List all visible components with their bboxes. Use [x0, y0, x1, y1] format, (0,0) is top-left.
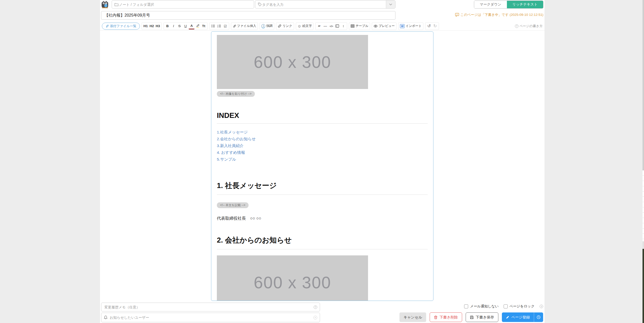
clear-circle-icon[interactable]: × [313, 316, 317, 319]
cancel-button[interactable]: キャンセル [399, 312, 426, 322]
mode-markdown-button[interactable]: マークダウン [474, 1, 507, 8]
page-writing-help-link[interactable]: ? ページの書き方 [515, 24, 543, 28]
richtext-editor-area[interactable]: 600 x 300 <!-- 画像を貼り付け --> INDEX 1.社長メッセ… [211, 31, 433, 301]
index-link-4[interactable]: 4. おすすめ情報 [217, 149, 428, 156]
lock-page-checkbox[interactable]: ページをロック [504, 304, 535, 309]
font-size-button[interactable]: Tt [201, 23, 207, 29]
section2-heading: 2. 会社からのお知らせ [217, 235, 428, 249]
page-title-input[interactable] [101, 11, 395, 20]
trash-icon [434, 315, 437, 319]
draft-bubble-icon [455, 13, 459, 17]
tag-dropdown-button[interactable] [386, 1, 395, 8]
strikethrough-button[interactable]: S [177, 23, 182, 29]
history-memo-field[interactable]: ? [101, 303, 320, 311]
notify-users-input[interactable] [109, 315, 312, 320]
font-color-button[interactable]: A [189, 23, 194, 29]
pencil-icon [506, 315, 509, 319]
horizontal-rule-icon[interactable]: — [322, 23, 328, 29]
ordered-list-icon[interactable]: 123 [216, 23, 222, 29]
word-import-button[interactable]: W インポート [398, 22, 423, 30]
folder-icon [114, 3, 118, 6]
save-draft-button[interactable]: 下書き保存 [466, 312, 498, 322]
checkbox-icon[interactable] [464, 304, 468, 308]
link-icon [278, 24, 281, 28]
placeholder-image-1: 600 x 300 [217, 35, 368, 89]
history-group: ↺ ↻ [425, 22, 439, 30]
eye-icon [374, 25, 378, 28]
index-link-3[interactable]: 3.新入社員紹介 [217, 142, 428, 149]
preview-button[interactable]: プレビュー [372, 22, 396, 30]
app-logo-owl-icon[interactable] [101, 1, 109, 9]
h3-button[interactable]: H3 [155, 23, 161, 29]
app-panel: マークダウン リッチテキスト このページは「下書き中」です (2025-09-1… [100, 0, 545, 323]
blockquote-icon[interactable]: ” [316, 23, 322, 29]
draft-status-text: このページは「下書き中」です (2025-09-10 12:12:51) [460, 13, 543, 17]
notify-users-field[interactable]: × [101, 313, 320, 322]
h1-button[interactable]: H1 [143, 23, 148, 29]
file-insert-button[interactable]: ファイル挿入 [231, 22, 258, 30]
svg-text:3: 3 [217, 26, 218, 28]
editor-toolbar: 添付ファイル一覧 H1 H2 H3 B I S U A Tt 123 ☑ [100, 22, 545, 31]
link-button[interactable]: リンク [276, 22, 294, 30]
table-icon [351, 24, 354, 28]
write-body-comment-badge: <!-- 本文を記載 --> [217, 202, 249, 208]
emoji-button[interactable]: ☺ 絵文字 [296, 22, 314, 30]
register-button-group: ページ登録 [502, 312, 543, 322]
highlighter-pen-icon[interactable] [195, 23, 200, 29]
paperclip-icon [105, 24, 109, 28]
tag-icon [258, 3, 262, 6]
delete-draft-button[interactable]: 下書き削除 [430, 312, 462, 322]
clock-icon [537, 315, 541, 319]
table-button[interactable]: テーブル [349, 22, 370, 30]
word-icon: W [400, 24, 405, 28]
mode-richtext-button[interactable]: リッチテキスト [507, 1, 543, 8]
code-icon[interactable]: </> [328, 23, 334, 29]
index-link-list: 1.社長メッセージ 2.会社からのお知らせ 3.新入社員紹介 4. おすすめ情報… [217, 129, 428, 163]
memo-help-icon[interactable]: ? [314, 305, 317, 309]
edit-mode-toggle: マークダウン リッチテキスト [474, 1, 543, 9]
floppy-save-icon [470, 315, 474, 319]
checkbox-icon[interactable] [504, 304, 508, 308]
chevron-down-icon [389, 4, 392, 5]
placeholder-image-2: 600 x 300 [217, 255, 368, 301]
question-circle-icon: ? [515, 24, 518, 28]
redo-icon[interactable]: ↻ [432, 23, 438, 29]
draft-status: このページは「下書き中」です (2025-09-10 12:12:51) [455, 13, 543, 17]
note-folder-input[interactable] [118, 2, 251, 7]
tag-field[interactable] [255, 0, 395, 9]
publish-options: メール通知しない ページをロック ? [464, 304, 543, 309]
paste-image-comment-badge: <!-- 画像を貼り付け --> [217, 91, 255, 97]
bell-icon [104, 315, 107, 319]
history-memo-input[interactable] [104, 305, 312, 309]
line-spacing-icon[interactable]: ↕ [340, 23, 346, 29]
note-folder-select[interactable] [112, 0, 254, 9]
tag-input[interactable] [262, 2, 384, 7]
schedule-clock-button[interactable] [534, 312, 543, 322]
index-link-5[interactable]: 5.サンプル [217, 156, 428, 163]
bullet-list-icon[interactable] [210, 23, 216, 29]
emphasis-button[interactable]: i 強調 [260, 22, 274, 30]
president-signature: 代表取締役社長 ○○ ○○ [217, 216, 428, 221]
checkbox-list-icon[interactable]: ☑ [222, 23, 228, 29]
index-link-2[interactable]: 2.会社からのお知らせ [217, 135, 428, 142]
underline-button[interactable]: U [183, 23, 188, 29]
attachments-list-button[interactable]: 添付ファイル一覧 [102, 23, 140, 30]
heading-group: H1 H2 H3 [142, 22, 162, 30]
section1-heading: 1. 社長メッセージ [217, 181, 428, 195]
h2-button[interactable]: H2 [149, 23, 154, 29]
lock-help-icon[interactable]: ? [540, 305, 543, 308]
info-circle-icon: i [261, 24, 265, 28]
code-block-icon[interactable] [334, 23, 340, 29]
action-buttons: キャンセル 下書き削除 下書き保存 ページ登録 [399, 312, 543, 322]
undo-icon[interactable]: ↺ [426, 23, 432, 29]
bold-button[interactable]: B [165, 23, 170, 29]
italic-button[interactable]: I [171, 23, 176, 29]
list-group: 123 ☑ [209, 22, 229, 30]
register-page-button[interactable]: ページ登録 [502, 312, 534, 322]
smiley-icon: ☺ [298, 24, 301, 28]
no-email-checkbox[interactable]: メール通知しない [464, 304, 499, 309]
index-link-1[interactable]: 1.社長メッセージ [217, 129, 428, 135]
paperclip-icon [233, 24, 236, 28]
index-heading: INDEX [217, 111, 428, 124]
format-group: B I S U A Tt [164, 22, 208, 30]
